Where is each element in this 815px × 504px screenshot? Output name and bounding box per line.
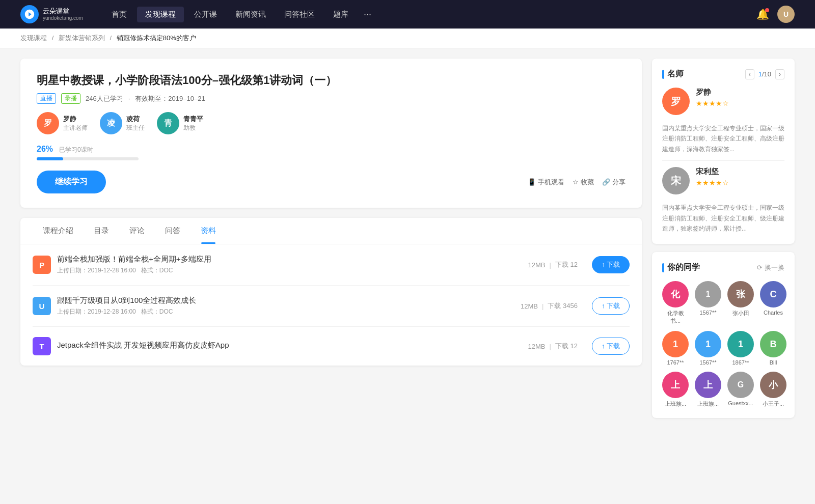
res-title-1: 前端全栈加强版！前端全栈+全周期+多端应用 (57, 255, 522, 264)
nav-home[interactable]: 首页 (103, 7, 135, 22)
teacher-nav-next[interactable]: › (775, 69, 784, 79)
classmates-title: 你的同学 (662, 262, 700, 273)
teacher-3-info: 青青平 助教 (183, 115, 203, 132)
breadcrumb-item-1[interactable]: 发现课程 (20, 34, 47, 42)
classmate-1-name: 化学教书... (662, 310, 689, 325)
classmate-5: 1 1767** (662, 331, 689, 366)
teachers-list: 罗 罗静 主讲老师 凌 凌荷 班主任 (37, 112, 626, 134)
download-button-2[interactable]: ↑ 下载 (592, 297, 630, 315)
collect-button[interactable]: ☆ 收藏 (573, 178, 594, 187)
notification-bell[interactable]: 🔔 (756, 8, 769, 20)
teacher-3-role: 助教 (183, 124, 203, 132)
breadcrumb-current: 销冠修炼术搞定80%的客户 (117, 34, 196, 42)
tab-qa[interactable]: 问答 (155, 218, 191, 244)
res-stats-2: 12MB | 下载 3456 (521, 301, 578, 311)
breadcrumb-sep-1: / (52, 34, 54, 42)
logo-text: 云朵课堂 yundoketang.com (43, 7, 83, 21)
sidebar-teacher-1-name: 罗静 (696, 88, 784, 97)
classmate-7: 1 1867** (727, 331, 754, 366)
sidebar: 名师 ‹ 1/10 › 罗 罗静 ★★★★☆ (652, 59, 795, 426)
header: 云朵课堂 yundoketang.com 首页 发现课程 公开课 新闻资讯 问答… (0, 0, 815, 29)
classmates-refresh-button[interactable]: ⟳ 换一换 (757, 263, 784, 272)
nav-qa[interactable]: 问答社区 (276, 7, 323, 22)
continue-learning-button[interactable]: 继续学习 (37, 171, 106, 193)
classmate-7-avatar: 1 (727, 331, 754, 357)
resource-item: T Jetpack全组件实战 开发短视频应用高仿皮皮虾App 12MB | 下载… (33, 327, 630, 366)
sidebar-teacher-2: 宋 宋利坚 ★★★★☆ (662, 167, 784, 194)
nav-discover[interactable]: 发现课程 (137, 7, 184, 22)
tab-reviews[interactable]: 评论 (119, 218, 155, 244)
course-card: 明星中教授课，小学阶段语法100分–强化级第1讲动词（一） 直播 录播 246人… (20, 59, 642, 208)
teacher-nav: ‹ 1/10 › (745, 69, 784, 79)
res-icon-2: U (33, 297, 51, 315)
teacher-1-avatar: 罗 (37, 112, 59, 134)
refresh-icon: ⟳ (757, 264, 763, 271)
teacher-nav-prev[interactable]: ‹ (745, 69, 754, 79)
classmate-4-avatar: C (760, 281, 786, 307)
share-icon: 🔗 (602, 178, 610, 186)
logo-icon (20, 5, 39, 23)
star-icon: ☆ (573, 178, 579, 186)
logo-name: 云朵课堂 (43, 7, 83, 15)
sidebar-teacher-2-avatar: 宋 (662, 167, 690, 194)
nav-news[interactable]: 新闻资讯 (227, 7, 274, 22)
resource-item: P 前端全栈加强版！前端全栈+全周期+多端应用 上传日期：2019-12-28 … (33, 244, 630, 286)
logo[interactable]: 云朵课堂 yundoketang.com (20, 5, 83, 23)
badge-live: 直播 (37, 93, 56, 104)
tabs-header: 课程介绍 目录 评论 问答 资料 (20, 218, 642, 244)
download-button-1[interactable]: ↑ 下载 (592, 256, 630, 273)
valid-date: 有效期至：2019–10–21 (135, 94, 205, 103)
tab-resources[interactable]: 资料 (191, 218, 226, 244)
tab-intro[interactable]: 课程介绍 (33, 218, 84, 244)
classmates-card: 你的同学 ⟳ 换一换 化 化学教书... 1 1 (652, 252, 795, 418)
classmate-6: 1 1567** (695, 331, 721, 366)
classmate-10: 上 上班族... (695, 372, 721, 408)
classmate-5-avatar: 1 (662, 331, 689, 357)
classmate-1-avatar: 化 (662, 281, 689, 307)
classmate-6-avatar: 1 (695, 331, 721, 357)
classmate-8-avatar: B (760, 331, 786, 357)
classmate-3: 张 张小田 (727, 281, 754, 325)
classmate-11-name: Guestxx... (728, 400, 753, 406)
download-button-3[interactable]: ↑ 下载 (592, 338, 630, 355)
tab-catalog[interactable]: 目录 (84, 218, 119, 244)
logo-sub: yundoketang.com (43, 15, 83, 21)
progress-sub: 已学习0课时 (59, 146, 93, 154)
teacher-2: 凌 凌荷 班主任 (100, 112, 145, 134)
classmate-4-name: Charles (764, 310, 783, 316)
share-button[interactable]: 🔗 分享 (602, 178, 626, 187)
nav-library[interactable]: 题库 (325, 7, 357, 22)
classmate-2-avatar: 1 (695, 281, 721, 307)
divider (662, 160, 784, 161)
phone-watch-button[interactable]: 📱 手机观看 (528, 178, 564, 187)
sidebar-teacher-1-desc: 国内某重点大学安全工程专业硕士，国家一级注册消防工程师、注册安全工程师、高级注册… (662, 123, 784, 154)
classmate-5-name: 1767** (667, 359, 684, 366)
progress-bar-fill (37, 157, 63, 160)
sidebar-teacher-2-desc: 国内某重点大学安全工程专业硕士，国家一级注册消防工程师、注册安全工程师、级注册建… (662, 203, 784, 234)
progress-section: 26% 已学习0课时 (37, 145, 626, 160)
user-avatar[interactable]: U (777, 6, 795, 23)
res-title-3: Jetpack全组件实战 开发短视频应用高仿皮皮虾App (57, 341, 522, 350)
teacher-3-name: 青青平 (183, 115, 203, 124)
res-stats-3: 12MB | 下载 12 (528, 342, 577, 351)
res-title-2: 跟随千万级项目从0到100全过程高效成长 (57, 296, 514, 305)
res-icon-3: T (33, 337, 51, 355)
breadcrumb-sep-2: / (110, 34, 112, 42)
classmate-11-avatar: G (727, 372, 754, 398)
nav-more[interactable]: ··· (359, 6, 376, 23)
famous-teachers-title: 名师 (662, 69, 684, 79)
nav-public[interactable]: 公开课 (186, 7, 225, 22)
res-info-2: 跟随千万级项目从0到100全过程高效成长 上传日期：2019-12-28 16:… (57, 296, 514, 316)
classmate-9: 上 上班族... (662, 372, 689, 408)
teacher-1-name: 罗静 (63, 115, 88, 124)
sidebar-teacher-2-name: 宋利坚 (696, 167, 784, 177)
classmate-3-name: 张小田 (732, 310, 749, 317)
tabs-card: 课程介绍 目录 评论 问答 资料 P 前端全栈加强版！前端全栈+全周期+多端应用… (20, 218, 642, 366)
breadcrumb-item-2[interactable]: 新媒体营销系列 (59, 34, 105, 42)
sidebar-teacher-1: 罗 罗静 ★★★★☆ (662, 88, 784, 115)
progress-pct: 26% (37, 145, 53, 153)
classmate-9-avatar: 上 (662, 372, 689, 398)
teacher-1-info: 罗静 主讲老师 (63, 115, 88, 132)
main-nav: 首页 发现课程 公开课 新闻资讯 问答社区 题库 ··· (103, 6, 756, 23)
course-title: 明星中教授课，小学阶段语法100分–强化级第1讲动词（一） (37, 73, 626, 88)
